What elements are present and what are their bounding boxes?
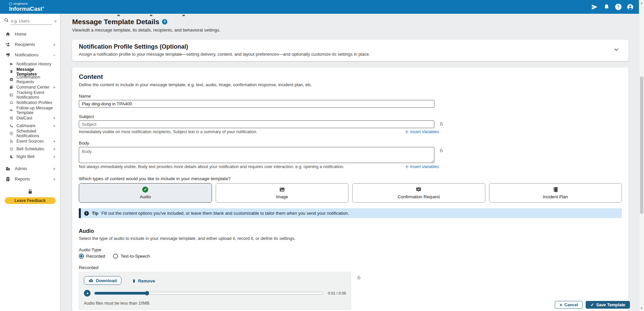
- remove-button[interactable]: Remove: [130, 278, 157, 284]
- sidebar-item-label: Confirmation Requests: [16, 75, 56, 84]
- body-helper-text: Not always immediately visible, Body tex…: [79, 164, 405, 169]
- person-add-icon: [5, 42, 11, 47]
- tip-text: Fill out the content options you've incl…: [101, 211, 349, 216]
- sidebar-item-home[interactable]: Home: [0, 29, 60, 39]
- main-content: Message Template Details ? View/edit a m…: [60, 14, 639, 311]
- insert-variables-link-body[interactable]: Insert Variables: [405, 164, 439, 169]
- cancel-button[interactable]: × Cancel: [555, 301, 583, 309]
- expand-icon[interactable]: +: [53, 42, 56, 47]
- cloud-download-icon: [89, 278, 94, 283]
- type-card-image[interactable]: Image: [216, 183, 349, 203]
- chevron-down-icon[interactable]: [613, 47, 619, 54]
- panel-description: Assign a notification profile to your me…: [79, 52, 370, 57]
- type-card-label: Confirmation Request: [397, 194, 440, 199]
- sidebar-item-tracking-event-notifications[interactable]: Tracking Event Notifications: [0, 91, 60, 99]
- notification-profile-settings-panel[interactable]: Notification Profile Settings (Optional)…: [72, 40, 629, 61]
- sidebar: × Home Recipients + Notifications − Noti…: [0, 14, 60, 311]
- leave-feedback-button[interactable]: Leave Feedback: [5, 197, 56, 204]
- insert-variables-link-subject[interactable]: Insert Variables: [405, 129, 439, 134]
- sidebar-item-follow-up-message-template[interactable]: Follow-up Message Template: [0, 106, 60, 114]
- sidebar-item-admin[interactable]: Admin +: [0, 163, 60, 174]
- type-card-label: Image: [276, 194, 288, 199]
- play-button[interactable]: [84, 290, 91, 297]
- name-label: Name: [79, 94, 622, 99]
- sidebar-item-label: Notifications: [15, 52, 39, 57]
- scroll-down-arrow[interactable]: ▼: [639, 306, 644, 311]
- expand-icon[interactable]: +: [53, 139, 56, 144]
- reply-arrow-icon: [9, 108, 14, 112]
- scroll-up-arrow[interactable]: ▲: [639, 0, 644, 5]
- sidebar-search: ×: [0, 14, 60, 25]
- layers-icon: [9, 85, 14, 89]
- sidebar-item-label: Follow-up Message Template: [16, 106, 56, 115]
- clipboard-icon: [5, 176, 11, 182]
- unlock-icon[interactable]: [357, 275, 361, 281]
- subject-input[interactable]: [79, 120, 434, 128]
- search-input[interactable]: [11, 18, 52, 25]
- sidebar-item-label: Notification Profiles: [16, 100, 52, 105]
- audio-time: 0:01 / 0:05: [327, 291, 346, 295]
- insert-variables-icon: [405, 165, 409, 169]
- account-icon[interactable]: [627, 4, 634, 10]
- search-clear-icon[interactable]: ×: [54, 19, 57, 24]
- radio-text-to-speech[interactable]: Text-to-Speech: [113, 254, 150, 259]
- sidebar-item-label: Recipients: [15, 42, 35, 47]
- notifications-bell-icon[interactable]: [603, 4, 610, 10]
- body-textarea[interactable]: [79, 147, 434, 163]
- sidebar-item-label: Scheduled Notifications: [16, 129, 56, 138]
- sidebar-item-scheduled-notifications[interactable]: Scheduled Notifications: [0, 129, 60, 137]
- brand-logo[interactable]: singlewire InformaCast®: [9, 2, 44, 12]
- radio-label: Recorded: [86, 254, 105, 259]
- expand-icon[interactable]: +: [53, 146, 56, 152]
- expand-icon[interactable]: +: [53, 176, 56, 182]
- expand-icon[interactable]: +: [53, 123, 56, 128]
- sidebar-item-reports[interactable]: Reports +: [0, 174, 60, 184]
- type-card-audio[interactable]: ✓ Audio: [79, 183, 212, 203]
- page-help-icon[interactable]: ?: [162, 19, 167, 24]
- check-square-icon: [9, 77, 14, 82]
- slider-thumb[interactable]: [145, 291, 149, 296]
- subject-helper-text: Immediately visible on most notification…: [79, 129, 405, 134]
- expand-icon[interactable]: +: [53, 154, 56, 159]
- check-icon: ✓: [590, 302, 594, 307]
- save-template-button[interactable]: ✓ Save Template: [586, 301, 630, 309]
- radio-recorded[interactable]: Recorded: [79, 254, 105, 259]
- rss-icon: [9, 139, 14, 143]
- collapse-icon[interactable]: −: [53, 52, 56, 58]
- type-card-confirmation-request[interactable]: Confirmation Request: [352, 183, 485, 203]
- audio-type-label: Audio Type: [79, 247, 622, 252]
- sidebar-item-bell-schedules[interactable]: Bell Schedules +: [0, 145, 60, 153]
- sidebar-item-label: Tracking Event Notifications: [16, 90, 56, 100]
- content-panel: Content Define the content to include in…: [72, 67, 629, 311]
- sidebar-item-notifications[interactable]: Notifications −: [0, 50, 60, 60]
- close-icon: ×: [559, 302, 562, 308]
- download-button[interactable]: Download: [84, 276, 121, 285]
- expand-icon[interactable]: +: [53, 85, 56, 90]
- brand-singlewire: singlewire: [9, 2, 44, 5]
- sidebar-item-dialcast[interactable]: DialCast +: [0, 114, 60, 122]
- sidebar-item-confirmation-requests[interactable]: Confirmation Requests: [0, 75, 60, 83]
- unlock-icon[interactable]: [439, 121, 444, 127]
- type-card-incident-plan[interactable]: Incident Plan: [489, 183, 622, 203]
- sidebar-item-recipients[interactable]: Recipients +: [0, 39, 60, 50]
- paper-plane-icon: [9, 62, 14, 66]
- send-notification-icon[interactable]: [591, 4, 598, 10]
- sidebar-item-event-sources[interactable]: Event Sources +: [0, 137, 60, 145]
- help-icon[interactable]: ?: [615, 4, 622, 10]
- bookmark-icon: [9, 70, 14, 74]
- tip-label: Tip: [92, 211, 98, 216]
- sidebar-item-label: CallAware: [16, 123, 36, 128]
- scrollbar[interactable]: ▲ ▼: [639, 0, 644, 311]
- audio-progress-slider[interactable]: [94, 292, 323, 295]
- expand-icon[interactable]: +: [53, 166, 56, 171]
- info-icon: i: [84, 211, 89, 216]
- expand-icon[interactable]: +: [53, 115, 56, 121]
- brand-informacast-label: InformaCast®: [9, 6, 44, 12]
- radio-label: Text-to-Speech: [120, 254, 150, 259]
- type-card-label: Audio: [140, 194, 151, 199]
- sidebar-item-night-bell[interactable]: Night Bell +: [0, 153, 60, 160]
- scrollbar-thumb[interactable]: [640, 76, 643, 214]
- incident-plan-book-icon: [552, 187, 558, 193]
- unlock-icon[interactable]: [439, 148, 444, 154]
- name-input[interactable]: [79, 100, 434, 108]
